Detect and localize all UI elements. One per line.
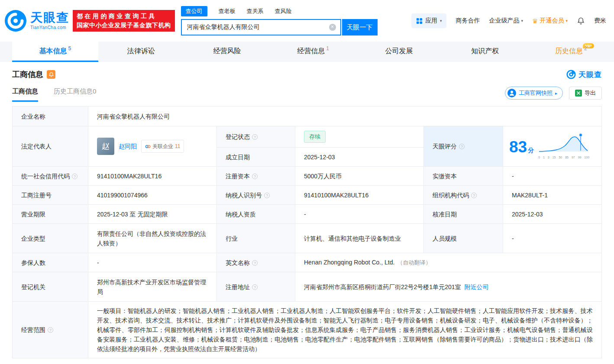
label-paid-capital: 实缴资本 (424, 167, 503, 186)
slogan-line2: 国家中小企业发展子基金旗下机构 (77, 21, 171, 30)
value-reg-number: 410199001074966 (88, 186, 217, 205)
subtab-business-info[interactable]: 工商信息 (12, 87, 38, 102)
main-nav-tabs: 基本信息5 法律诉讼 经营风险 经营信息1 公司发展 知识产权 VIP 历史信息… (0, 42, 614, 62)
value-business-scope: 一般项目：智能机器人的研发；智能机器人销售；工业机器人销售；工业机器人制造；人工… (88, 302, 602, 358)
tab-operating-risk[interactable]: 经营风险 (184, 42, 270, 62)
search-tab-relation[interactable]: 查关系 (247, 7, 264, 15)
reg-address-label-text: 注册地址 (226, 283, 250, 290)
help-icon[interactable]: ? (252, 260, 258, 266)
brand-logo-icon (566, 70, 576, 79)
section-action-buttons: 工商官网快照 ▸ 导出 (505, 87, 602, 102)
score-label-text: 天眼评分 (433, 143, 457, 150)
tab-label: 经营信息 (297, 47, 325, 56)
label-reg-address: 注册地址? (217, 272, 295, 302)
help-icon[interactable]: ? (252, 284, 258, 290)
search-tab-boss[interactable]: 查老板 (219, 7, 236, 15)
score-number: 83分 (509, 139, 534, 155)
value-taxpayer-quality: - (295, 205, 424, 224)
apps-menu-button[interactable]: 应用 ▾ (411, 13, 447, 28)
logo-text: 天眼查 TianYanCha.com (30, 12, 69, 30)
label-taxpayer-id: 纳税人识别号? (217, 186, 295, 205)
logo-title: 天眼查 (30, 12, 69, 24)
caret-down-icon: ▾ (566, 19, 568, 23)
search-input[interactable] (182, 20, 340, 35)
logo-domain: TianYanCha.com (30, 25, 69, 30)
search-tab-risk[interactable]: 查风险 (275, 7, 292, 15)
value-tianyan-score[interactable]: 83分 0131550859799100 (503, 126, 602, 167)
business-info-table: 企业名称 河南省众擎机器人有限公司 法定代表人 赵 赵同阳 关联企业 11 登记… (12, 106, 602, 358)
tab-count: 5 (68, 45, 71, 52)
tab-company-development[interactable]: 公司发展 (356, 42, 442, 62)
help-icon[interactable]: ? (72, 174, 78, 179)
help-icon[interactable]: ? (252, 174, 258, 179)
excel-icon (575, 90, 582, 97)
help-icon[interactable]: ? (48, 327, 53, 333)
slogan-banner: 都在用的商业查询工具 国家中小企业发展子基金旗下机构 (73, 10, 175, 32)
reg-address-text: 河南省郑州市高新区梧桐街道药厂街22号2号楼1单元201室 (304, 283, 461, 290)
related-companies-count: 11 (175, 142, 180, 151)
label-org-code: 组织机构代码? (424, 186, 503, 205)
tab-label: 知识产权 (471, 47, 499, 56)
apps-label: 应用 (425, 17, 437, 25)
value-paid-capital: - (503, 167, 602, 186)
label-reg-authority: 登记机关 (13, 272, 88, 302)
label-reg-capital: 注册资本? (217, 167, 295, 186)
subscribe-bell-icon[interactable] (47, 70, 55, 79)
label-reg-status: 登记状态? (217, 126, 295, 148)
label-business-scope: 经营范围? (13, 302, 88, 358)
arrow-right-icon: ▸ (555, 91, 557, 96)
tab-basic-info[interactable]: 基本信息5 (12, 42, 98, 62)
help-icon[interactable]: ? (471, 193, 477, 198)
label-credit-code: 统一社会信用代码? (13, 167, 88, 186)
clear-search-icon[interactable]: × (329, 24, 336, 31)
open-vip-label: 开通会员 (540, 17, 564, 25)
tab-label: 法律诉讼 (127, 47, 155, 56)
label-taxpayer-quality: 纳税人资质 (217, 205, 295, 224)
search-tab-company[interactable]: 查公司 (181, 6, 207, 16)
username[interactable]: 费米 (594, 17, 606, 25)
help-icon[interactable]: ? (252, 134, 258, 140)
value-company-type: 有限责任公司（非自然人投资或控股的法人独资） (88, 224, 217, 253)
search-button[interactable]: 天眼一下 (342, 19, 378, 35)
value-reg-status: 存续 (295, 126, 424, 148)
tab-history-info[interactable]: VIP 历史信息2 (528, 42, 614, 62)
label-staff-size: 人员规模 (424, 224, 503, 253)
menu-business-cooperation[interactable]: 商务合作 (456, 17, 480, 25)
top-right-menu: 应用 ▾ 商务合作 企业级产品 ▾ ♛ 开通会员 ▾ 费米 (411, 13, 606, 28)
section-header: 工商信息 天眼查 (12, 68, 602, 81)
help-icon[interactable]: ? (459, 144, 465, 149)
official-snapshot-button[interactable]: 工商官网快照 ▸ (505, 87, 563, 100)
tab-operating-info[interactable]: 经营信息1 (270, 42, 356, 62)
search-row: × 天眼一下 (181, 19, 378, 35)
label-establish-date: 成立日期 (217, 148, 295, 167)
value-org-code: MAK28ULT-1 (503, 186, 602, 205)
value-industry: 计算机、通信和其他电子设备制造业 (295, 224, 424, 253)
value-taxpayer-id: 91410100MAK28ULT16 (295, 186, 424, 205)
legal-rep-link[interactable]: 赵同阳 (119, 142, 137, 151)
legal-rep-avatar[interactable]: 赵 (97, 138, 114, 155)
related-companies-badge[interactable]: 关联企业 11 (141, 140, 184, 153)
tab-label: 历史信息 (555, 47, 583, 56)
section-title: 工商信息 (12, 69, 43, 80)
help-icon[interactable]: ? (264, 193, 270, 198)
nearby-companies-link[interactable]: 附近公司 (465, 283, 489, 290)
reg-capital-label-text: 注册资本 (226, 173, 250, 180)
menu-enterprise-products[interactable]: 企业级产品 ▾ (489, 17, 523, 25)
tab-intellectual-property[interactable]: 知识产权 (442, 42, 528, 62)
value-reg-authority: 郑州市高新技术产业开发区市场监督管理局 (88, 272, 217, 302)
subtab-history-business-info[interactable]: 历史工商信息0 (54, 87, 96, 102)
search-block: 查公司 查老板 查关系 查风险 × 天眼一下 (181, 6, 378, 35)
tianyancha-logo[interactable]: 天眼查 TianYanCha.com (4, 10, 69, 32)
notification-bell-icon[interactable] (577, 17, 585, 25)
label-tianyan-score: 天眼评分? (424, 126, 503, 167)
caret-down-icon: ▾ (440, 19, 442, 23)
label-industry: 行业 (217, 224, 295, 253)
credit-code-label-text: 统一社会信用代码 (21, 173, 70, 180)
value-english-name: Henan Zhongqing Robot Co., Ltd.（自动翻译） (295, 253, 602, 272)
menu-open-vip[interactable]: ♛ 开通会员 ▾ (532, 17, 568, 25)
export-button[interactable]: 导出 (569, 87, 602, 100)
subtabs-row: 工商信息 历史工商信息0 工商官网快照 ▸ 导出 (12, 87, 602, 102)
tab-legal-proceedings[interactable]: 法律诉讼 (98, 42, 184, 62)
org-code-label-text: 组织机构代码 (433, 192, 469, 199)
value-reg-address: 河南省郑州市高新区梧桐街道药厂街22号2号楼1单元201室附近公司 (295, 272, 602, 302)
